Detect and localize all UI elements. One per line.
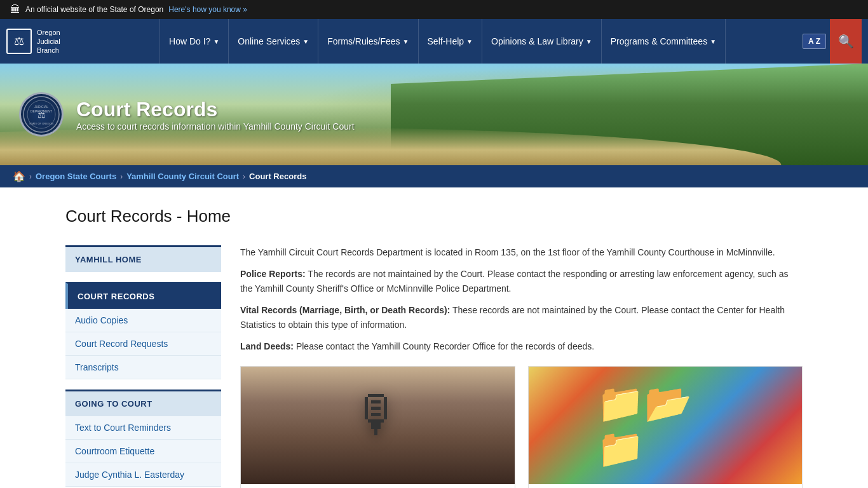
nav-forms-rules-fees[interactable]: Forms/Rules/Fees ▼ xyxy=(318,19,418,64)
hero-title: Court Records xyxy=(76,98,355,121)
nav-how-do-i[interactable]: How Do I? ▼ xyxy=(159,19,229,64)
hero-subtitle: Access to court records information with… xyxy=(76,121,355,132)
main-text-area: The Yamhill Circuit Court Records Depart… xyxy=(240,245,803,488)
svg-text:⚖: ⚖ xyxy=(37,110,46,120)
nav-programs-committees[interactable]: Programs & Committees ▼ xyxy=(602,19,726,64)
nav-self-help[interactable]: Self-Help ▼ xyxy=(419,19,483,64)
sidebar-section-yamhill-home: YAMHILL HOME xyxy=(65,245,221,272)
vital-label: Vital Records (Marriage, Birth, or Death… xyxy=(240,305,450,315)
content-layout: YAMHILL HOME COURT RECORDS Audio Copies … xyxy=(65,245,803,488)
breadcrumb-sep-1: › xyxy=(29,172,32,181)
vital-records-paragraph: Vital Records (Marriage, Birth, or Death… xyxy=(240,303,803,332)
sidebar-link-text-reminders[interactable]: Text to Court Reminders xyxy=(65,416,221,440)
police-reports-paragraph: Police Reports: The records are not main… xyxy=(240,267,803,295)
sidebar-heading-going-to-court[interactable]: GOING TO COURT xyxy=(65,390,221,416)
flag-icon: 🏛 xyxy=(10,4,20,15)
court-record-requests-image xyxy=(529,367,803,484)
top-banner: 🏛 An official website of the State of Or… xyxy=(0,0,868,19)
audio-copies-card[interactable]: Audio Copies xyxy=(240,366,515,488)
hero-title-block: Court Records Access to court records in… xyxy=(76,98,355,132)
svg-text:JUDICIAL: JUDICIAL xyxy=(34,105,48,109)
nav-online-services[interactable]: Online Services ▼ xyxy=(229,19,318,64)
land-label: Land Deeds: xyxy=(240,341,294,351)
logo-icon: ⚖ xyxy=(6,29,32,54)
breadcrumb-sep-2: › xyxy=(120,172,123,181)
sidebar-section-court-records: COURT RECORDS Audio Copies Court Record … xyxy=(65,282,221,379)
home-icon: 🏠 xyxy=(13,170,25,182)
how-to-know-link[interactable]: Here's how you know » xyxy=(168,5,247,14)
land-deeds-paragraph: Land Deeds: Please contact the Yamhill C… xyxy=(240,339,803,353)
sidebar-link-judge-easterday[interactable]: Judge Cynthia L. Easterday xyxy=(65,463,221,487)
hero-content: JUDICIAL DEPARTMENT STATE OF OREGON ⚖ Co… xyxy=(0,92,374,137)
police-text: The records are not maintained by the Co… xyxy=(240,269,789,293)
sidebar-link-transcripts[interactable]: Transcripts xyxy=(65,356,221,379)
main-nav: ⚖ Oregon Judicial Branch How Do I? ▼ Onl… xyxy=(0,19,868,64)
sidebar-divider-1 xyxy=(65,272,221,282)
sidebar-section-going-to-court: GOING TO COURT Text to Court Reminders C… xyxy=(65,390,221,487)
sidebar: YAMHILL HOME COURT RECORDS Audio Copies … xyxy=(65,245,221,488)
sidebar-divider-2 xyxy=(65,379,221,390)
chevron-down-icon: ▼ xyxy=(466,38,473,45)
court-record-requests-card[interactable]: Court Record Requests xyxy=(528,366,803,488)
breadcrumb-sep-3: › xyxy=(243,172,245,181)
logo-text: Oregon Judicial Branch xyxy=(37,28,60,55)
hero-banner: JUDICIAL DEPARTMENT STATE OF OREGON ⚖ Co… xyxy=(0,64,868,165)
image-cards: Audio Copies Court Record Requests xyxy=(240,366,803,488)
court-record-requests-title: Court Record Requests xyxy=(529,484,803,488)
breadcrumb: 🏠 › Oregon State Courts › Yamhill County… xyxy=(0,165,868,187)
sidebar-heading-court-records[interactable]: COURT RECORDS xyxy=(65,282,221,309)
audio-copies-title: Audio Copies xyxy=(241,484,515,488)
chevron-down-icon: ▼ xyxy=(586,38,592,45)
land-text: Please contact the Yamhill County Record… xyxy=(296,341,594,351)
banner-text: An official website of the State of Oreg… xyxy=(25,5,163,14)
page-title: Court Records - Home xyxy=(65,207,803,233)
intro-paragraph: The Yamhill Circuit Court Records Depart… xyxy=(240,245,803,259)
audio-copies-image xyxy=(241,367,515,484)
nav-right-controls: A Z 🔍 xyxy=(803,19,862,64)
chevron-down-icon: ▼ xyxy=(302,38,309,45)
nav-opinions-law-library[interactable]: Opinions & Law Library ▼ xyxy=(482,19,602,64)
breadcrumb-current: Court Records xyxy=(249,172,306,181)
chevron-down-icon: ▼ xyxy=(710,38,716,45)
sidebar-heading-yamhill-home[interactable]: YAMHILL HOME xyxy=(65,245,221,272)
translate-button[interactable]: A Z xyxy=(803,34,826,49)
oregon-seal: JUDICIAL DEPARTMENT STATE OF OREGON ⚖ xyxy=(19,92,64,137)
main-content: Court Records - Home YAMHILL HOME COURT … xyxy=(53,187,815,488)
police-label: Police Reports: xyxy=(240,269,306,279)
svg-text:STATE OF OREGON: STATE OF OREGON xyxy=(29,122,53,125)
search-icon: 🔍 xyxy=(838,34,854,49)
search-button[interactable]: 🔍 xyxy=(830,19,862,64)
chevron-down-icon: ▼ xyxy=(403,38,409,45)
sidebar-link-court-record-requests[interactable]: Court Record Requests xyxy=(65,332,221,356)
chevron-down-icon: ▼ xyxy=(213,38,219,45)
nav-items: How Do I? ▼ Online Services ▼ Forms/Rule… xyxy=(83,19,803,64)
sidebar-link-courtroom-etiquette[interactable]: Courtroom Etiquette xyxy=(65,440,221,463)
sidebar-link-audio-copies[interactable]: Audio Copies xyxy=(65,309,221,332)
breadcrumb-yamhill-circuit[interactable]: Yamhill County Circuit Court xyxy=(126,172,239,181)
breadcrumb-oregon-courts[interactable]: Oregon State Courts xyxy=(36,172,116,181)
site-logo[interactable]: ⚖ Oregon Judicial Branch xyxy=(6,28,83,55)
